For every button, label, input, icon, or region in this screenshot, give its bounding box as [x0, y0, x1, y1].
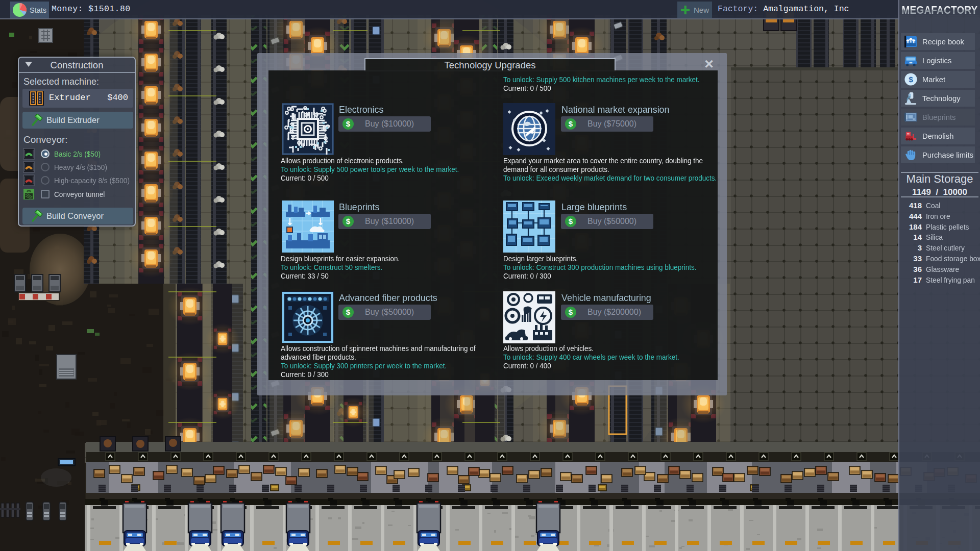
svg-text:$: $ — [909, 75, 913, 84]
